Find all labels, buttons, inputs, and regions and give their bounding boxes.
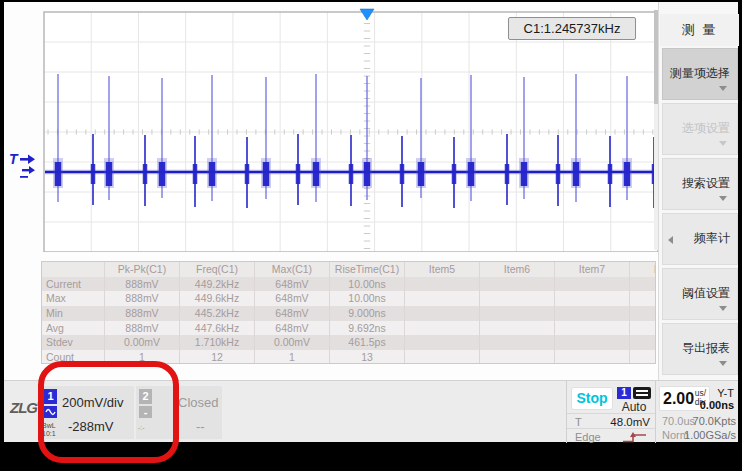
menu-button-2[interactable]: 搜索设置 — [662, 158, 738, 210]
table-cell — [629, 277, 656, 292]
status-bar: ZLG® 1 BwL 10:1 200mV/div -288mV 2 - -:-… — [4, 380, 738, 442]
table-cell — [479, 277, 554, 292]
table-cell: 648mV — [254, 291, 329, 306]
table-cell: 13 — [329, 350, 404, 364]
table-cell — [404, 335, 479, 350]
trigger-status-block[interactable]: Stop 1 Auto T 48.0mV Edge — [566, 381, 655, 443]
row-label — [42, 262, 104, 277]
channel2-state: Closed — [178, 395, 218, 410]
menu-button-1[interactable]: 选项设置 — [662, 103, 738, 155]
table-cell: 1 — [254, 350, 329, 364]
chevron-down-icon — [719, 306, 727, 311]
channel2-badge: 2 — [139, 389, 152, 404]
column-header: RiseTime(C1) — [329, 262, 404, 277]
menu-button-4[interactable]: 阈值设置 — [662, 268, 738, 320]
measure-menu-sidebar: 测 量 测量项选择选项设置搜索设置频率计阈值设置导出报表 — [658, 2, 738, 382]
waveform-trace — [40, 8, 658, 252]
table-header-row: Pk-Pk(C1)Freq(C1)Max(C1)RiseTime(C1)Item… — [42, 262, 656, 277]
table-row: Count112113 — [42, 350, 656, 364]
measurement-table: Pk-Pk(C1)Freq(C1)Max(C1)RiseTime(C1)Item… — [41, 261, 656, 364]
channel1-coupling-icon — [44, 406, 57, 418]
timebase-scale: 2.00 — [663, 390, 694, 408]
table-cell — [404, 277, 479, 292]
menu-button-label: 频率计 — [694, 230, 730, 247]
table-cell: 449.6kHz — [179, 291, 254, 306]
table-cell: 648mV — [254, 321, 329, 336]
table-cell — [629, 306, 656, 321]
row-label: Stdev — [42, 335, 104, 350]
table-cell — [554, 335, 629, 350]
waveform-plot-area[interactable] — [40, 8, 658, 252]
row-label: Count — [42, 350, 104, 364]
channel1-offset: -288mV — [68, 419, 114, 434]
table-cell — [629, 350, 656, 364]
menu-button-5[interactable]: 导出报表 — [662, 323, 738, 375]
horizontal-delay: 0.00ns — [700, 399, 734, 411]
row-label: Avg — [42, 321, 104, 336]
table-row: Current888mV449.2kHz648mV10.00ns — [42, 277, 656, 292]
menu-button-label: 阈值设置 — [682, 285, 730, 302]
timebase-status-block[interactable]: 2.00 us/div Y-T 0.00ns 70.0us 70.0Kpts N… — [655, 381, 738, 443]
trigger-level-label: T — [575, 416, 582, 428]
table-cell — [479, 350, 554, 364]
table-cell: 449.2kHz — [179, 277, 254, 292]
table-cell: 0.00mV — [254, 335, 329, 350]
table-cell: 0.00mV — [104, 335, 179, 350]
table-cell — [554, 350, 629, 364]
table-cell — [554, 306, 629, 321]
table-cell: 888mV — [104, 277, 179, 292]
table-cell — [404, 291, 479, 306]
channel1-probe-ratio: 10:1 — [42, 430, 56, 437]
table-row: Avg888mV447.6kHz648mV9.692ns — [42, 321, 656, 336]
menu-button-label: 测量项选择 — [670, 65, 730, 82]
table-cell — [554, 321, 629, 336]
channel2-settings[interactable]: 2 - -:- Closed -- — [136, 386, 222, 439]
trigger-level-marker[interactable]: T — [7, 148, 41, 186]
table-cell: 10.00ns — [329, 291, 404, 306]
trigger-type: Edge — [575, 431, 601, 443]
table-cell: 445.2kHz — [179, 306, 254, 321]
menu-button-3[interactable]: 频率计 — [662, 213, 738, 265]
table-cell: 1.710kHz — [179, 335, 254, 350]
trigger-coupling-icon — [633, 387, 651, 399]
scope-screen: C1:1.245737kHz T 测 量 测量项选择选项设置搜索设置频率计阈值设… — [4, 2, 738, 442]
table-cell — [479, 335, 554, 350]
chevron-down-icon — [719, 361, 727, 366]
chevron-left-icon — [668, 236, 673, 244]
frequency-counter-readout: C1:1.245737kHz — [508, 17, 636, 40]
table-cell: 648mV — [254, 306, 329, 321]
column-header: Item7 — [554, 262, 629, 277]
trigger-level-value: 48.0mV — [610, 416, 650, 428]
row-label: Min — [42, 306, 104, 321]
table-cell: 461.5ps — [329, 335, 404, 350]
chevron-down-icon — [719, 141, 727, 146]
table-cell — [479, 291, 554, 306]
channel1-settings[interactable]: 1 BwL 10:1 200mV/div -288mV — [40, 386, 134, 439]
table-row: Max888mV449.6kHz648mV10.00ns — [42, 291, 656, 306]
menu-button-0[interactable]: 测量项选择 — [662, 48, 738, 100]
column-header: Pk-Pk(C1) — [104, 262, 179, 277]
menu-title: 测 量 — [660, 14, 739, 46]
channel2-coupling-icon: - — [139, 406, 152, 418]
svg-text:T: T — [9, 151, 19, 167]
table-row: Min888mV445.2kHz648mV9.000ns — [42, 306, 656, 321]
table-cell — [629, 335, 656, 350]
channel1-scale: 200mV/div — [62, 395, 123, 410]
trigger-source-badge: 1 — [617, 387, 631, 399]
channel2-probe-ratio: -:- — [138, 424, 145, 431]
table-cell — [404, 306, 479, 321]
oscilloscope-app-window: C1:1.245737kHz T 测 量 测量项选择选项设置搜索设置频率计阈值设… — [0, 0, 742, 471]
memory-depth: 70.0Kpts — [693, 415, 736, 427]
column-header: Freq(C1) — [179, 262, 254, 277]
table-cell: 888mV — [104, 306, 179, 321]
table-cell: 1 — [104, 350, 179, 364]
trigger-mode: Auto — [617, 400, 651, 414]
table-cell — [479, 306, 554, 321]
table-cell — [629, 291, 656, 306]
column-header: Item5 — [404, 262, 479, 277]
run-state-indicator[interactable]: Stop — [571, 387, 613, 410]
column-header: Max(C1) — [254, 262, 329, 277]
table-cell: 10.00ns — [329, 277, 404, 292]
display-mode: Y-T — [717, 387, 734, 399]
zlg-logo: ZLG® — [10, 399, 41, 416]
